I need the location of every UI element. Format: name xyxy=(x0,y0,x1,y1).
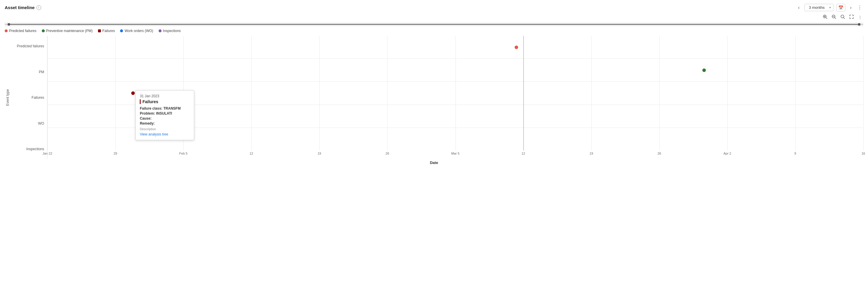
info-icon[interactable]: i xyxy=(36,5,41,10)
data-point[interactable] xyxy=(515,45,518,49)
grid-area: Jan 2229Feb 5121926Mar 5121926Apr 2916 3… xyxy=(47,36,863,159)
tooltip-problem: Problem: INSULATI xyxy=(140,111,190,115)
x-tick-8: 19 xyxy=(590,151,593,155)
period-select[interactable]: 3 months 1 month 6 months 1 year xyxy=(804,4,834,11)
y-row-predicted: Predicted failures xyxy=(12,36,47,57)
x-tick-7: 12 xyxy=(521,151,525,155)
tooltip-date: 31 Jan 2023 xyxy=(140,94,190,98)
options-button[interactable]: ⋮ xyxy=(857,14,863,20)
y-axis-label: Event type xyxy=(5,36,10,159)
pm-dot xyxy=(42,29,45,32)
legend-pm-label: Preventive maintenance (PM) xyxy=(46,29,93,33)
legend-pm: Preventive maintenance (PM) xyxy=(42,29,93,33)
x-tick-5: 26 xyxy=(385,151,389,155)
legend-wo: Work orders (WO) xyxy=(120,29,153,33)
legend-inspections-label: Inspections xyxy=(163,29,181,33)
svg-line-5 xyxy=(835,18,836,19)
x-tick-2: Feb 5 xyxy=(179,151,187,155)
x-tick-10: Apr 2 xyxy=(723,151,731,155)
legend-label: Predicted failures xyxy=(9,29,36,33)
tooltip-problem-value: INSULATI xyxy=(156,111,172,115)
svg-line-8 xyxy=(844,18,845,19)
y-row-failures: Failures xyxy=(12,87,47,108)
y-row-inspections: Inspections xyxy=(12,139,47,159)
y-axis: Predicted failures PM Failures WO Inspec… xyxy=(12,36,47,159)
calendar-button[interactable]: 📅 xyxy=(836,4,845,11)
legend-wo-label: Work orders (WO) xyxy=(124,29,153,33)
legend-failures-label: Failures xyxy=(102,29,115,33)
legend-inspections: Inspections xyxy=(159,29,181,33)
timeline-scrollbar[interactable] xyxy=(5,22,863,27)
zoom-in-button[interactable] xyxy=(822,14,829,21)
y-row-wo: WO xyxy=(12,113,47,134)
data-point[interactable] xyxy=(702,68,706,72)
page-title: Asset timeline xyxy=(5,5,35,10)
tooltip-failure-class: Failure class: TRANSFM xyxy=(140,106,190,110)
tooltip-problem-label: Problem: xyxy=(140,111,155,115)
tooltip-cause: Cause: xyxy=(140,117,190,121)
x-tick-4: 19 xyxy=(317,151,321,155)
tooltip-remedy-label: Remedy: xyxy=(140,121,155,126)
y-row-pm: PM xyxy=(12,62,47,82)
legend-predicted-failures: Predicted failures xyxy=(5,29,36,33)
x-tick-3: 12 xyxy=(249,151,253,155)
tooltip-failure-class-label: Failure class: xyxy=(140,106,162,110)
grid-row-0 xyxy=(48,36,863,59)
tooltip: 31 Jan 2023 Failures Failure class: TRAN… xyxy=(135,90,194,140)
failures-dot xyxy=(98,29,101,32)
zoom-reset-button[interactable] xyxy=(839,14,846,21)
x-tick-0: Jan 22 xyxy=(42,151,52,155)
x-tick-11: 9 xyxy=(795,151,796,155)
tooltip-title: Failures xyxy=(140,99,190,104)
wo-dot xyxy=(120,29,123,32)
x-tick-9: 26 xyxy=(658,151,661,155)
data-point[interactable] xyxy=(131,91,135,95)
prev-button[interactable]: ‹ xyxy=(796,4,802,11)
chart-area: Event type Predicted failures PM Failure… xyxy=(5,36,863,159)
svg-point-7 xyxy=(841,15,844,18)
x-axis: Jan 2229Feb 5121926Mar 5121926Apr 2916 xyxy=(48,151,863,159)
view-analysis-tree-link[interactable]: View analysis tree xyxy=(140,132,168,136)
tooltip-description-label: Description xyxy=(140,127,190,131)
zoom-out-button[interactable] xyxy=(830,14,837,21)
next-button[interactable]: › xyxy=(848,4,854,11)
legend-failures: Failures xyxy=(98,29,115,33)
inspections-dot xyxy=(159,29,161,32)
expand-button[interactable] xyxy=(848,14,855,21)
predicted-failures-dot xyxy=(5,29,8,32)
tooltip-cause-label: Cause: xyxy=(140,117,152,121)
more-options-button[interactable]: ⋮ xyxy=(856,3,863,11)
x-tick-1: 29 xyxy=(114,151,117,155)
tooltip-remedy: Remedy: xyxy=(140,121,190,126)
tooltip-failure-class-value: TRANSFM xyxy=(163,106,181,110)
x-axis-title: Date xyxy=(5,161,863,165)
timeline-left-handle[interactable] xyxy=(8,23,10,26)
grid-row-1 xyxy=(48,59,863,82)
x-tick-12: 16 xyxy=(862,151,865,155)
legend: Predicted failures Preventive maintenanc… xyxy=(5,29,863,33)
timeline-right-handle[interactable] xyxy=(858,23,860,26)
svg-line-1 xyxy=(826,18,827,19)
x-tick-6: Mar 5 xyxy=(451,151,459,155)
